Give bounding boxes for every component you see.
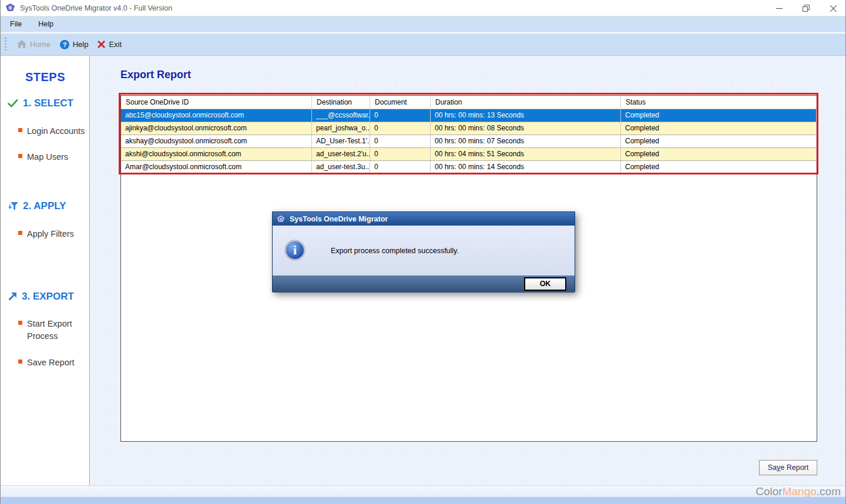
minimize-button[interactable] xyxy=(766,0,793,16)
table-cell: Completed xyxy=(621,148,817,160)
save-report-label: Sa xyxy=(768,463,777,472)
sidebar-item-map-users[interactable]: Map Users xyxy=(18,151,68,163)
step-label: 3. EXPORT xyxy=(22,291,74,303)
bullet-icon xyxy=(18,231,22,235)
message-dialog: S SysTools OneDrive Migrator i Export pr… xyxy=(272,211,575,292)
table-cell: ad_user-test.2'u... xyxy=(312,148,370,160)
table-header-row: Source OneDrive IDDestinationDocumentDur… xyxy=(121,96,817,109)
save-report-button[interactable]: Save Report xyxy=(759,460,817,475)
sidebar-item-label: Map Users xyxy=(27,151,68,163)
sidebar-item-save-report[interactable]: Save Report xyxy=(18,357,75,369)
table-cell: abc15@cloudsystool.onmicrosoft.com xyxy=(121,109,312,122)
page-title: Export Report xyxy=(120,69,191,81)
bullet-icon xyxy=(18,359,22,364)
sidebar-item-label: Start Export Process xyxy=(27,318,86,342)
toolbar-grip-handle xyxy=(5,38,6,52)
info-icon: i xyxy=(284,240,306,261)
table-cell: 00 hrs: 00 mins: 08 Seconds xyxy=(431,122,621,135)
sidebar-item-label: Apply Filters xyxy=(27,228,74,240)
table-cell: 0 xyxy=(370,122,431,135)
dialog-footer: OK xyxy=(273,275,575,293)
close-button[interactable] xyxy=(820,0,846,16)
table-cell: akshay@cloudsystool.onmicrosoft.com xyxy=(121,135,312,147)
restore-button[interactable] xyxy=(793,0,820,16)
table-body: abc15@cloudsystool.onmicrosoft.com___@cc… xyxy=(121,109,817,174)
svg-text:?: ? xyxy=(62,41,66,48)
exit-icon xyxy=(98,41,105,48)
column-header[interactable]: Document xyxy=(370,96,431,109)
window-titlebar: S SysTools OneDrive Migrator v4.0 - Full… xyxy=(1,0,846,16)
filter-icon xyxy=(8,201,18,211)
dialog-body: i Export process completed successfully. xyxy=(273,226,575,275)
export-arrow-icon xyxy=(8,293,17,301)
sidebar-step-apply[interactable]: 2. APPLY xyxy=(8,200,66,212)
table-cell: akshi@cloudsystool.onmicrosoft.com xyxy=(121,148,312,160)
bullet-icon xyxy=(18,321,22,325)
column-header[interactable]: Destination xyxy=(312,96,370,109)
bottom-accent-bar xyxy=(1,497,846,504)
svg-text:S: S xyxy=(280,216,282,220)
check-icon xyxy=(8,99,18,107)
app-icon: S xyxy=(277,215,285,223)
steps-sidebar: STEPS 1. SELECT Login Accounts Map Users… xyxy=(1,56,90,485)
save-report-label-rest: e Report xyxy=(780,463,808,472)
table-row[interactable]: akshay@cloudsystool.onmicrosoft.comAD_Us… xyxy=(121,135,817,148)
main-content: Export Report Source OneDrive IDDestinat… xyxy=(90,56,846,485)
exit-button[interactable]: Exit xyxy=(93,38,126,51)
table-cell: Completed xyxy=(621,161,817,173)
sidebar-step-export[interactable]: 3. EXPORT xyxy=(8,291,74,303)
watermark-strip: ColorMango.com xyxy=(1,485,846,497)
dialog-title: SysTools OneDrive Migrator xyxy=(290,215,388,223)
step-label: 2. APPLY xyxy=(23,200,66,212)
table-cell: 0 xyxy=(370,135,431,147)
table-cell: 0 xyxy=(370,148,431,160)
column-header[interactable]: Source OneDrive ID xyxy=(121,96,312,109)
watermark-text: Color xyxy=(756,486,782,497)
table-cell: 0 xyxy=(370,109,431,122)
table-row[interactable]: Amar@cloudsystool.onmicrosoft.comad_user… xyxy=(121,161,817,174)
menu-bar: File Help xyxy=(1,16,846,33)
table-row[interactable]: ajinkya@cloudsystool.onmicrosoft.compear… xyxy=(121,122,817,135)
table-cell: ad_user-test.3u... xyxy=(312,161,370,173)
table-cell: Amar@cloudsystool.onmicrosoft.com xyxy=(121,161,312,173)
steps-title: STEPS xyxy=(1,70,90,84)
bullet-icon xyxy=(18,128,22,132)
home-button[interactable]: Home xyxy=(12,38,55,51)
help-button[interactable]: ? Help xyxy=(55,38,93,52)
help-label: Help xyxy=(73,40,89,49)
table-cell: AD_User-Test.1'... xyxy=(312,135,370,147)
sidebar-item-label: Login Accounts xyxy=(27,125,85,137)
app-icon: S xyxy=(5,3,15,13)
dialog-titlebar: S SysTools OneDrive Migrator xyxy=(273,212,575,226)
table-row[interactable]: akshi@cloudsystool.onmicrosoft.comad_use… xyxy=(121,148,817,161)
sidebar-item-start-export-process[interactable]: Start Export Process xyxy=(18,318,86,342)
bullet-icon xyxy=(18,154,22,158)
sidebar-item-apply-filters[interactable]: Apply Filters xyxy=(18,228,74,240)
table-cell: 00 hrs: 00 mins: 07 Seconds xyxy=(431,135,621,147)
table-cell: ___@ccssoftwar... xyxy=(312,109,370,122)
menu-help[interactable]: Help xyxy=(30,16,62,32)
svg-text:S: S xyxy=(9,5,12,11)
help-icon: ? xyxy=(60,40,69,49)
column-header[interactable]: Duration xyxy=(431,96,621,109)
table-cell: 00 hrs: 04 mins: 51 Seconds xyxy=(431,148,621,160)
table-cell: Completed xyxy=(621,122,817,135)
step-label: 1. SELECT xyxy=(23,98,73,109)
sidebar-item-label: Save Report xyxy=(27,357,75,369)
toolbar: Home ? Help Exit xyxy=(1,33,846,56)
table-cell: 0 xyxy=(370,161,431,173)
exit-label: Exit xyxy=(109,40,122,49)
table-row[interactable]: abc15@cloudsystool.onmicrosoft.com___@cc… xyxy=(121,109,817,122)
table-cell: pearl_joshwa_o... xyxy=(312,122,370,135)
menu-file[interactable]: File xyxy=(1,16,30,32)
window-title: SysTools OneDrive Migrator v4.0 - Full V… xyxy=(20,4,172,12)
home-label: Home xyxy=(30,40,51,49)
table-cell: 00 hrs: 00 mins: 14 Seconds xyxy=(431,161,621,173)
sidebar-item-login-accounts[interactable]: Login Accounts xyxy=(18,125,85,137)
ok-button[interactable]: OK xyxy=(524,277,566,291)
table-cell: Completed xyxy=(621,135,817,147)
sidebar-step-select[interactable]: 1. SELECT xyxy=(8,98,73,109)
column-header[interactable]: Status xyxy=(621,96,817,109)
table-cell: ajinkya@cloudsystool.onmicrosoft.com xyxy=(121,122,312,135)
home-icon xyxy=(17,40,26,49)
